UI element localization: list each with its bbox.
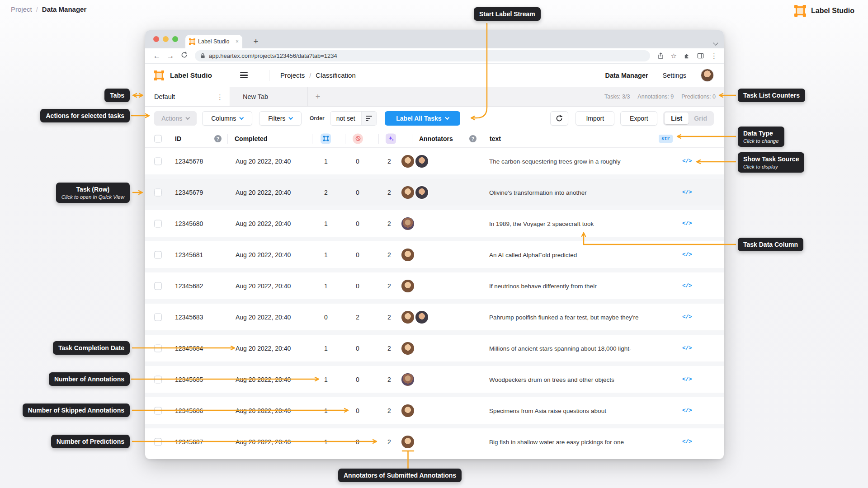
- import-button[interactable]: Import: [576, 111, 614, 126]
- id-help-icon[interactable]: ?: [214, 135, 222, 142]
- extensions-puzzle-icon[interactable]: [684, 52, 690, 59]
- table-row[interactable]: 12345681 Aug 20 2022, 20:40 1 0 2 An AI …: [145, 237, 724, 268]
- table-row[interactable]: 12345687 Aug 20 2022, 20:40 1 0 2 Big fi…: [145, 424, 724, 455]
- table-row[interactable]: 12345682 Aug 20 2022, 20:40 1 0 2 If neu…: [145, 268, 724, 299]
- maximize-window-button[interactable]: [172, 36, 178, 42]
- show-task-source-icon[interactable]: </>: [682, 408, 692, 414]
- table-header: ID ? Completed Annotators ? text str: [145, 130, 724, 148]
- actions-button[interactable]: Actions: [154, 111, 197, 126]
- table-row[interactable]: 12345683 Aug 20 2022, 20:40 0 2 2 Pahrum…: [145, 299, 724, 330]
- callout-data-type: Data Type Click to change: [738, 127, 784, 147]
- skipped-count: 0: [349, 189, 367, 196]
- new-tab-button[interactable]: +: [250, 36, 262, 47]
- row-checkbox[interactable]: [154, 220, 162, 227]
- show-task-source-icon[interactable]: </>: [682, 439, 692, 445]
- column-id[interactable]: ID: [175, 135, 181, 142]
- skipped-column-icon[interactable]: [353, 133, 363, 144]
- annotations-count: 1: [317, 282, 335, 290]
- row-checkbox[interactable]: [154, 282, 162, 290]
- order-value-button[interactable]: not set: [330, 111, 377, 126]
- row-checkbox[interactable]: [154, 313, 162, 321]
- close-window-button[interactable]: [153, 36, 159, 42]
- hamburger-menu-icon[interactable]: [240, 72, 248, 79]
- column-completed[interactable]: Completed: [235, 135, 267, 142]
- tab-search-chevron-icon[interactable]: [713, 40, 718, 45]
- row-checkbox[interactable]: [154, 438, 162, 446]
- predictions-column-icon[interactable]: [386, 133, 396, 144]
- tab-default[interactable]: Default ⋮: [145, 87, 230, 106]
- table-row[interactable]: 12345685 Aug 20 2022, 20:40 1 0 2 Woodpe…: [145, 361, 724, 393]
- app-logo-icon[interactable]: [154, 70, 164, 80]
- table-row[interactable]: 12345679 Aug 20 2022, 20:40 2 0 2 Olivin…: [145, 174, 724, 206]
- browser-menu-kebab-icon[interactable]: ⋮: [711, 52, 717, 59]
- task-text: If neutrinos behave differently from the…: [489, 282, 597, 289]
- address-bar[interactable]: app.heartex.com/projects/123456/data?tab…: [195, 50, 650, 61]
- columns-button[interactable]: Columns: [202, 111, 252, 126]
- annotators-help-icon[interactable]: ?: [469, 135, 476, 142]
- breadcrumb-parent[interactable]: Project: [11, 5, 32, 13]
- minimize-window-button[interactable]: [163, 36, 169, 42]
- show-task-source-icon[interactable]: </>: [682, 252, 692, 258]
- row-checkbox[interactable]: [154, 375, 162, 383]
- table-row[interactable]: 12345686 Aug 20 2022, 20:40 1 0 2 Specim…: [145, 393, 724, 424]
- task-text: An AI called AlphaFold predicted: [489, 251, 577, 258]
- avatar: [401, 186, 414, 199]
- show-task-source-icon[interactable]: </>: [682, 345, 692, 352]
- tab-options-kebab-icon[interactable]: ⋮: [217, 94, 223, 100]
- row-checkbox[interactable]: [154, 344, 162, 352]
- predictions-count: 2: [380, 314, 398, 321]
- label-all-tasks-button[interactable]: Label All Tasks: [385, 111, 460, 126]
- show-task-source-icon[interactable]: </>: [682, 283, 692, 289]
- browser-tab[interactable]: Label Studio ×: [185, 35, 242, 48]
- forward-icon[interactable]: →: [165, 52, 176, 61]
- reload-icon[interactable]: [179, 52, 189, 61]
- add-tab-button[interactable]: +: [308, 87, 328, 106]
- avatar: [401, 311, 414, 324]
- row-checkbox[interactable]: [154, 407, 162, 414]
- view-list-button[interactable]: List: [665, 113, 689, 124]
- show-task-source-icon[interactable]: </>: [682, 221, 692, 227]
- show-task-source-icon[interactable]: </>: [682, 376, 692, 383]
- user-avatar[interactable]: [701, 69, 714, 82]
- show-task-source-icon[interactable]: </>: [682, 189, 692, 196]
- table-row[interactable]: 12345684 Aug 20 2022, 20:40 1 0 2 Millio…: [145, 330, 724, 361]
- sort-order-icon[interactable]: [361, 112, 377, 125]
- select-all-checkbox[interactable]: [154, 135, 162, 142]
- column-annotators[interactable]: Annotators: [419, 135, 453, 142]
- side-panel-icon[interactable]: [697, 52, 704, 59]
- label-all-tasks-label: Label All Tasks: [396, 115, 441, 122]
- refresh-button[interactable]: [550, 111, 568, 126]
- annotations-count: 1: [317, 158, 335, 165]
- task-completed-date: Aug 20 2022, 20:40: [236, 158, 291, 165]
- close-tab-icon[interactable]: ×: [236, 38, 239, 45]
- data-type-badge[interactable]: str: [659, 135, 673, 143]
- row-checkbox[interactable]: [154, 251, 162, 258]
- import-label: Import: [586, 115, 604, 122]
- column-divider: [412, 134, 412, 144]
- tab-new-tab[interactable]: New Tab: [230, 87, 308, 106]
- bookmark-star-icon[interactable]: ☆: [671, 52, 677, 59]
- skipped-count: 0: [349, 282, 367, 290]
- predictions-count: 2: [380, 376, 398, 383]
- view-grid-button[interactable]: Grid: [689, 115, 712, 122]
- table-row[interactable]: 12345680 Aug 20 2022, 20:40 1 0 2 In 198…: [145, 206, 724, 237]
- column-text[interactable]: text: [490, 135, 501, 142]
- row-checkbox[interactable]: [154, 157, 162, 165]
- page-brand: Label Studio: [794, 5, 854, 17]
- annotations-column-icon[interactable]: [321, 133, 331, 144]
- predictions-count: 2: [380, 189, 398, 196]
- filters-button[interactable]: Filters: [259, 111, 302, 126]
- menu-settings[interactable]: Settings: [663, 72, 686, 79]
- table-row[interactable]: 12345678 Aug 20 2022, 20:40 1 0 2 The ca…: [145, 148, 724, 174]
- callout-number-of-predictions: Number of Predictions: [51, 435, 130, 448]
- browser-actions: ☆ ⋮: [657, 52, 717, 59]
- back-icon[interactable]: ←: [151, 52, 162, 61]
- nav-projects[interactable]: Projects: [280, 71, 305, 79]
- task-id: 12345687: [175, 438, 203, 446]
- row-checkbox[interactable]: [154, 188, 162, 196]
- show-task-source-icon[interactable]: </>: [682, 314, 692, 320]
- menu-data-manager[interactable]: Data Manager: [605, 72, 648, 79]
- share-icon[interactable]: [657, 52, 664, 59]
- show-task-source-icon[interactable]: </>: [682, 158, 692, 164]
- export-button[interactable]: Export: [620, 111, 657, 126]
